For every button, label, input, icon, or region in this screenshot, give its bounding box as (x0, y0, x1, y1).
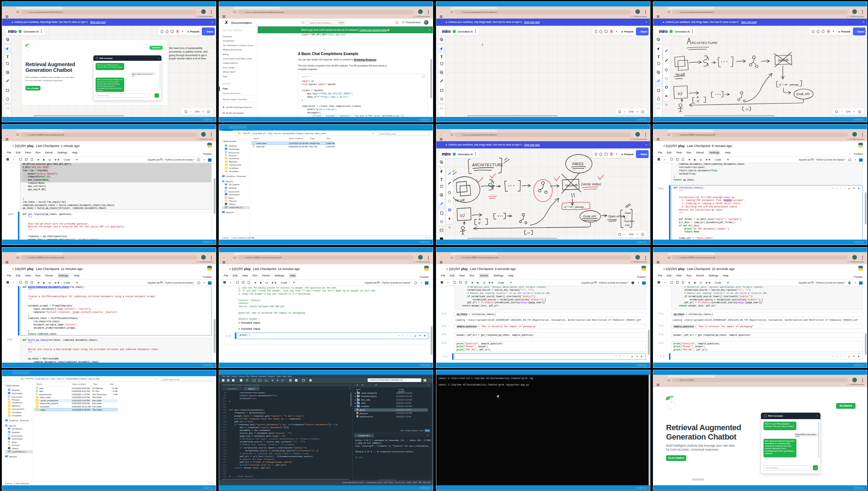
svg-text:Grok API: Grok API (796, 92, 810, 96)
svg-text:q': q' (697, 99, 699, 103)
svg-text:cc: cc (527, 231, 530, 235)
svg-text:Grok API: Grok API (583, 215, 596, 218)
svg-text:Inp pdf.: Inp pdf. (675, 73, 685, 76)
svg-text:q' + rel · passag: q' + rel · passag (779, 83, 799, 86)
svg-text:FAISS: FAISS (572, 162, 584, 166)
svg-text:Vecto/db: Vecto/db (565, 183, 578, 187)
svg-text:mistr: mistr (625, 224, 630, 226)
svg-text:ARCHITECTURE: ARCHITECTURE (472, 163, 504, 167)
svg-text:VJ: VJ (460, 213, 465, 218)
svg-text:VJ: VJ (678, 92, 682, 96)
svg-text:(Vector Index): (Vector Index) (581, 182, 601, 186)
svg-text:↓: ↓ (626, 216, 627, 218)
svg-text:Vect/db: Vect/db (777, 58, 789, 62)
svg-text:q': q' (478, 221, 481, 225)
svg-text:Claud: Claud (625, 212, 631, 214)
svg-text:RCHITECTURE: RCHITECTURE (692, 41, 718, 45)
svg-text:cc: cc (746, 108, 748, 111)
svg-text:Open API: Open API (608, 215, 621, 218)
svg-text:TinyLlama: TinyLlama (624, 220, 634, 223)
svg-text:q' + rel · passag: q' + rel · passag (564, 205, 584, 208)
svg-text:Inp pdf.: Inp pdf. (455, 198, 465, 202)
